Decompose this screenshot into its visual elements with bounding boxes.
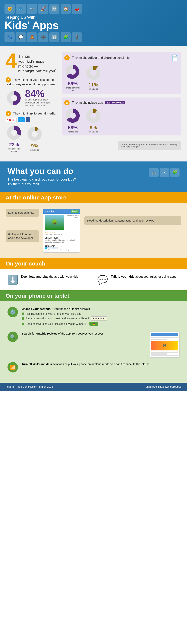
thing1-pie2: 11% tell you so [85,64,102,90]
svg-point-1 [11,95,17,101]
thing3-number: 3 [64,100,70,105]
header-icon-plus: ➕ [38,32,48,42]
header-section: 🐱 🐟 👓 🚀 🔤 🏠 🚗 Keeping Up With Kids' Apps… [0,0,187,46]
footer: Federal Trade Commission | March 2013 on… [0,382,187,391]
four-title-line3: might do — [18,64,38,68]
thing1-number: 1 [64,55,70,60]
thing4-pie2-label: tell you so [30,149,39,151]
document-icon: 📄 [171,54,179,61]
download-icon: ⬇️ [8,275,18,285]
password-input[interactable]: ••••••• [91,316,106,320]
thing3-title: They might include ads [72,101,104,104]
ringtones-badge: 100 RINGTONES! [105,101,125,104]
header-icon-abc: 🔤 [49,4,60,14]
green-dot1 [22,312,24,315]
phone-tablet-header-title: On your phone or tablet [6,293,69,299]
thing1-block: 1 They might collect and share personal … [62,52,182,94]
phone-tablet-header: On your phone or tablet [0,290,187,301]
thing1-pie1-label: share personal info [65,87,80,91]
header-icon-puzzle: 🧩 [60,32,71,42]
four-title-not: not [35,69,42,73]
footer-right: onguardonline.gov/mobileapps [146,385,182,388]
svg-point-13 [90,113,96,118]
app-screenshot: 🌳 [45,215,64,230]
thing4-number: 4 [6,111,11,116]
couch-text2-rest: about your rules for using apps [135,275,176,278]
svg-point-3 [11,130,17,136]
thing1-pie1: 59% share personal info [64,63,81,91]
thing3-pie1-percent: 58% [68,125,78,130]
app-stars: ★★★★☆ [45,231,64,234]
phone-section: ⚙️ Change your settings, if your phone o… [0,301,187,382]
thing4-pie2-percent: 9% [31,143,38,149]
app-mockup-container: Kids' App Install 🌳 ★★★★☆ 1,000,000+ dow… [43,208,80,252]
header-icon-calc: 🔢 [49,32,60,42]
bullet1-text: Restrict content to what's right for you… [26,312,81,315]
youtube-icon: YouTube [6,118,17,122]
thing2-pie-chart [6,90,22,106]
svg-point-9 [90,70,96,76]
developer-section: DEVELOPER 🌐 Visit webpage http://www.abc… [45,244,78,251]
couch-text2: Talk to your kids about your rules for u… [111,275,176,279]
four-things-section: 4 Things your kid's apps might do — but … [0,46,187,162]
thing4-pie1-percent: 22% [9,142,19,148]
thing2-percent-label: of kids' apps that allow purchases withi… [25,98,51,107]
phone-item1: ⚙️ Change your settings, if your phone o… [8,307,180,327]
four-number: 4 [6,52,17,69]
couch-header-title: On your couch [6,260,45,266]
couch-header: On your couch [0,258,187,269]
header-icon-chat: 💬 [16,32,26,42]
four-title-line4: but might [18,69,34,73]
app-desc-text: The best app for kids today. Educational… [45,239,78,243]
website-line5 [151,355,178,356]
credit-card-icon: 💳 [90,322,98,326]
bullet2-text: Set a password so apps can't be download… [26,317,90,320]
app-date-col: January 7, 2012 4.3MB [66,215,78,236]
four-asterisk: * [55,69,56,72]
app-size: 4.3MB [66,217,78,218]
app-store-header-title: At the online app store [6,194,66,200]
couch-text1-rest: the app with your kids [49,275,78,278]
what-subtitle-line2: Try them out yourself. [8,182,40,186]
app-name: Kids' App [45,210,55,213]
thing4-pie1: 22% link to social media [6,124,22,152]
couch-text1: Download and play the app with your kids [21,275,78,279]
green-dot3 [22,322,24,325]
bubble-screenshots: Look at screen shots [6,208,39,217]
thing3-pie2-percent: 9% [90,125,97,130]
what-section: What you can do The best way to check ou… [0,162,187,192]
thing2-percent: 84% [25,89,51,98]
phone-item2-content: Search for outside reviews of the app fr… [22,332,146,336]
thing2-block: 2 They might let your kids spend real mo… [6,77,58,107]
footer-left: Federal Trade Commission | March 2013 [6,385,53,388]
dev-title: DEVELOPER [45,245,78,247]
app-store-section: Look at screen shots Follow a link to re… [0,203,187,258]
facebook-icon: f [26,117,30,122]
phone-bullet1: Restrict content to what's right for you… [22,312,107,315]
bubble-developer: Follow a link to read about the develope… [6,230,39,242]
website-line4 [151,354,167,354]
website-line2 [151,339,167,340]
settings-icon: ⚙️ [8,307,18,317]
thing3-pie1: 58% include ads [64,107,81,133]
thing2-number: 2 [6,77,11,82]
thing3-pie2-label: tell you so [89,130,98,133]
dev-link[interactable]: 🌐 Visit webpage http://www.abcd.com/educ… [45,247,78,251]
app-desc-title: DESCRIPTION [45,237,78,239]
header-icon-rocket: 🚀 [38,4,48,14]
what-icon-bike: 🚲 [149,168,158,177]
app-date: January 7, 2012 [66,215,78,217]
footnote: * Based on Mobile Apps for Kids: Disclos… [118,141,182,150]
install-button[interactable]: Install [71,210,78,213]
header-icon-cat: 🐱 [4,4,14,14]
thing4-title: They might link to social media [13,112,55,115]
header-icon-chess: ♟️ [72,32,82,42]
phone-bullets: Restrict content to what's right for you… [22,312,107,326]
phone-item2: 🔍 Search for outside reviews of the app … [8,332,180,358]
svg-point-11 [70,113,76,118]
app-store-header: At the online app store [0,192,187,203]
thing1-pie2-label: tell you so [89,88,98,90]
header-title: Kids' Apps [4,20,82,31]
header-icon-house: 🏠 [60,4,71,14]
phone-item2-rest: of the app from sources you respect [58,332,103,335]
